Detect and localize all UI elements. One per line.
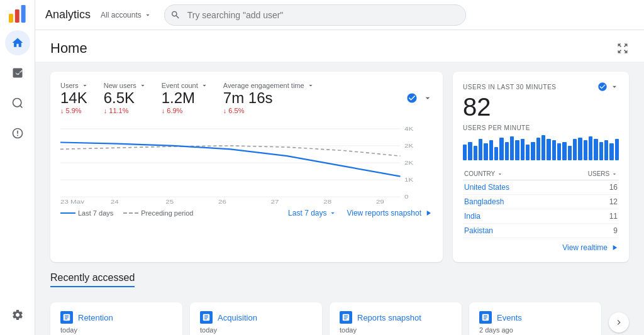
bar — [463, 145, 467, 160]
bar — [505, 142, 509, 160]
realtime-header: USERS IN LAST 30 MINUTES — [463, 82, 619, 92]
sidebar-settings[interactable] — [5, 302, 30, 327]
access-card-events[interactable]: Events 2 days ago — [469, 302, 601, 335]
search-input[interactable] — [164, 4, 466, 26]
main-chart-card: Users 14K ↓ 5.9% New users — [50, 72, 443, 262]
search-icon — [170, 9, 180, 20]
access-card-title-acquisition: Acquisition — [218, 313, 257, 322]
bar — [489, 140, 493, 160]
overview-row: Users 14K ↓ 5.9% New users — [50, 72, 629, 262]
metric-engagement-change: ↓ 6.5% — [223, 107, 314, 114]
bar — [521, 139, 525, 160]
bar — [479, 139, 482, 160]
country-users: 9 — [556, 224, 619, 238]
users-per-minute-chart — [463, 135, 619, 160]
bar — [562, 142, 566, 160]
country-link[interactable]: India — [464, 212, 480, 221]
sidebar-item-advertising[interactable] — [5, 121, 30, 146]
bar — [584, 140, 587, 160]
bar — [536, 138, 540, 160]
view-realtime-link[interactable]: View realtime — [463, 243, 619, 252]
search-container — [164, 4, 466, 26]
country-users: 11 — [556, 209, 619, 224]
recently-accessed-cards: Retention today Acquisition toda — [50, 302, 629, 335]
access-card-title-reports-snapshot: Reports snapshot — [357, 313, 421, 322]
users-column-header[interactable]: USERS — [556, 168, 619, 180]
country-link[interactable]: Bangladesh — [464, 197, 504, 206]
metrics-row: Users 14K ↓ 5.9% New users — [60, 82, 433, 114]
bar — [573, 139, 577, 160]
access-card-acquisition[interactable]: Acquisition today — [190, 302, 322, 335]
realtime-card: USERS IN LAST 30 MINUTES 82 USERS PER MI… — [453, 72, 629, 262]
realtime-value: 82 — [463, 94, 619, 119]
country-link[interactable]: Pakistan — [464, 226, 493, 235]
svg-text:25: 25 — [165, 198, 174, 204]
metric-users-value: 14K — [60, 89, 89, 107]
svg-text:2K: 2K — [404, 142, 414, 149]
bar — [494, 147, 498, 160]
view-reports-link[interactable]: View reports snapshot — [347, 209, 433, 217]
svg-text:28: 28 — [323, 198, 331, 204]
country-table-row: Bangladesh12 — [463, 195, 619, 209]
bar — [474, 146, 477, 160]
chart-footer: Last 7 days Preceding period Last 7 days — [60, 209, 433, 217]
metric-new-users: New users 6.5K ↓ 11.1% — [104, 82, 147, 114]
svg-point-3 — [13, 99, 21, 107]
metric-users-label[interactable]: Users — [60, 82, 89, 89]
metric-engagement: Average engagement time 7m 16s ↓ 6.5% — [223, 82, 314, 114]
bar — [515, 140, 519, 160]
recently-accessed-next-arrow[interactable] — [609, 312, 629, 332]
access-card-time-reports-snapshot: today — [340, 326, 452, 334]
metric-event-count-label[interactable]: Event count — [162, 82, 208, 89]
bar — [594, 139, 597, 160]
country-column-header[interactable]: COUNTRY — [463, 168, 556, 180]
bar — [541, 135, 545, 160]
sidebar-item-reports[interactable] — [5, 60, 30, 85]
svg-text:24: 24 — [111, 198, 119, 204]
content-area: Users 14K ↓ 5.9% New users — [35, 62, 644, 335]
metric-new-users-label[interactable]: New users — [104, 82, 147, 89]
access-card-reports-snapshot[interactable]: Reports snapshot today — [330, 302, 462, 335]
access-card-icon-events — [479, 311, 492, 324]
metric-users: Users 14K ↓ 5.9% — [60, 82, 89, 114]
metric-engagement-label[interactable]: Average engagement time — [223, 82, 314, 89]
sidebar-item-home[interactable] — [5, 30, 30, 55]
svg-text:1K: 1K — [404, 176, 414, 183]
bar — [589, 136, 592, 160]
access-card-time-acquisition: today — [200, 326, 312, 334]
svg-text:0: 0 — [404, 193, 408, 200]
date-range-selector[interactable]: Last 7 days — [288, 209, 336, 217]
svg-rect-0 — [9, 14, 13, 23]
legend-preceding: Preceding period — [123, 209, 193, 217]
bar — [484, 143, 487, 160]
access-card-icon-retention — [60, 311, 73, 324]
app-logo — [9, 5, 26, 23]
metric-event-count-change: ↓ 6.9% — [162, 107, 208, 114]
expand-icon[interactable] — [616, 42, 629, 55]
access-card-time-retention: today — [60, 326, 172, 334]
recently-accessed-title: Recently accessed — [50, 272, 135, 287]
bar — [526, 145, 530, 160]
access-card-title-events: Events — [497, 313, 522, 322]
svg-rect-1 — [14, 9, 19, 23]
realtime-title: USERS IN LAST 30 MINUTES — [463, 84, 557, 91]
country-link[interactable]: United States — [464, 183, 509, 192]
account-selector[interactable]: All accounts — [101, 11, 152, 19]
users-per-minute-label: USERS PER MINUTE — [463, 124, 619, 131]
svg-line-4 — [19, 106, 22, 108]
bar — [609, 143, 613, 160]
svg-text:2K: 2K — [404, 159, 414, 166]
recently-accessed-section: Recently accessed Retention today — [50, 272, 629, 335]
access-card-title-retention: Retention — [78, 313, 113, 322]
bar — [557, 143, 561, 160]
access-card-retention[interactable]: Retention today — [50, 302, 182, 335]
bar — [552, 140, 556, 160]
chart-legend: Last 7 days Preceding period — [60, 209, 193, 217]
sidebar-item-explore[interactable] — [5, 91, 30, 116]
legend-last7days: Last 7 days — [60, 209, 113, 217]
bar — [531, 142, 535, 160]
svg-text:23 May: 23 May — [60, 198, 85, 204]
svg-text:29: 29 — [376, 198, 384, 204]
bar — [578, 138, 582, 160]
access-card-icon-reports-snapshot — [340, 311, 352, 324]
